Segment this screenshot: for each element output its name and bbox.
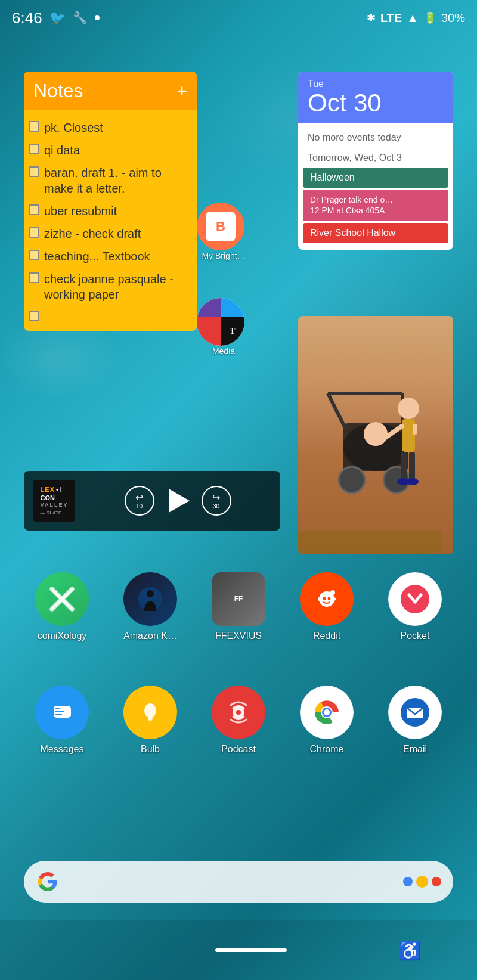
app-icon-podcast[interactable]: Podcast [203, 686, 274, 755]
svg-point-22 [147, 590, 154, 597]
app-icon-media[interactable]: T Media [197, 298, 250, 356]
calendar-header: Tue Oct 30 [298, 72, 453, 123]
reddit-alien-icon [311, 583, 343, 616]
google-g-icon [38, 871, 58, 892]
google-logo [36, 870, 60, 894]
note-text: baran. draft 1. - aim to make it a lette… [44, 165, 190, 196]
app-icon-email[interactable]: Email [379, 686, 451, 755]
network-label: LTE [380, 11, 402, 25]
svg-rect-37 [55, 714, 62, 715]
stroller-svg [298, 328, 441, 554]
calendar-event-halloween[interactable]: Halloween [303, 168, 448, 188]
play-button[interactable] [166, 489, 190, 513]
calendar-day-name: Tue [308, 79, 444, 89]
svg-point-25 [330, 590, 335, 595]
note-item[interactable] [29, 306, 190, 325]
bulb-label: Bulb [141, 744, 160, 755]
mybright-inner: B [206, 212, 236, 241]
svg-rect-0 [298, 531, 441, 554]
nyt-quad: T [221, 317, 244, 346]
note-item[interactable]: check joanne pasquale - working paper [29, 268, 190, 306]
media-icon-img: T [197, 298, 244, 346]
ffexvius-label: FFEXVIUS [215, 631, 262, 641]
pocket-save-icon [399, 583, 432, 616]
messages-bubble-icon [46, 696, 79, 729]
svg-rect-36 [55, 711, 64, 712]
note-checkbox[interactable] [29, 272, 39, 283]
lexcon-logo: LEX•I CON VALLEY — SLATE [36, 482, 73, 520]
notes-add-button[interactable]: + [176, 82, 187, 100]
app-icon-pocket[interactable]: Pocket [379, 572, 451, 641]
note-text: zizhe - check draft [44, 226, 141, 241]
svg-rect-41 [148, 720, 152, 721]
status-right: ✱ LTE ▲ 🔋 30% [367, 11, 465, 25]
home-indicator[interactable] [215, 948, 287, 952]
calendar-event-river[interactable]: River School Hallow [303, 223, 448, 243]
app-icon-bulb[interactable]: Bulb [114, 686, 186, 755]
media-player[interactable]: LEX•I CON VALLEY — SLATE ↩ 10 ↪ 30 [24, 471, 280, 531]
app-icon-messages[interactable]: Messages [26, 686, 98, 755]
note-text: qi data [44, 142, 80, 158]
search-bar[interactable] [24, 861, 453, 903]
podcast-radio-icon [222, 696, 255, 729]
photo-inner [298, 316, 453, 554]
ffexvius-text: FF [234, 595, 243, 603]
notes-title: Notes [33, 80, 83, 102]
email-envelope-icon [399, 696, 432, 729]
note-text: teaching... Textbook [44, 249, 150, 264]
note-item[interactable]: uber resubmit [29, 200, 190, 222]
svg-point-39 [144, 703, 156, 718]
note-checkbox[interactable] [29, 166, 39, 177]
app-icon-comixology[interactable]: comiXology [26, 572, 98, 641]
rewind-button[interactable]: ↩ 10 [125, 486, 154, 516]
note-checkbox[interactable] [29, 250, 39, 260]
media-controls: ↩ 10 ↪ 30 [85, 486, 271, 516]
twitter-icon: 🐦 [49, 10, 66, 26]
bulb-icon [123, 686, 177, 739]
note-item[interactable]: baran. draft 1. - aim to make it a lette… [29, 162, 190, 200]
app-icon-chrome[interactable]: Chrome [291, 686, 363, 755]
note-text: uber resubmit [44, 203, 117, 219]
calendar-event-prager[interactable]: Dr Prager talk end o…12 PM at Ctsa 405A [303, 190, 448, 221]
svg-point-28 [327, 597, 330, 600]
amazon-icon [123, 572, 177, 626]
messages-label: Messages [41, 744, 84, 755]
svg-point-48 [324, 709, 330, 715]
app-icon-amazon[interactable]: Amazon K… [114, 572, 186, 641]
media-artwork: LEX•I CON VALLEY — SLATE [33, 480, 75, 522]
forward-button[interactable]: ↪ 30 [202, 486, 231, 516]
accessibility-button[interactable]: ♿ [399, 940, 421, 961]
svg-point-29 [318, 597, 321, 601]
wifi-icon: 🔧 [73, 11, 88, 25]
note-item[interactable]: pk. Closest [29, 116, 190, 139]
notes-body: pk. Closest qi data baran. draft 1. - ai… [24, 110, 197, 331]
comixology-label: comiXology [38, 631, 87, 641]
status-bar: 6:46 🐦 🔧 ✱ LTE ▲ 🔋 30% [0, 0, 477, 36]
google-assistant-dots [403, 876, 441, 888]
app-icon-reddit[interactable]: Reddit [291, 572, 363, 641]
notes-widget[interactable]: Notes + pk. Closest qi data baran. draft… [24, 72, 197, 331]
svg-point-27 [323, 597, 326, 600]
calendar-widget[interactable]: Tue Oct 30 No more events today Tomorrow… [298, 72, 453, 250]
note-checkbox[interactable] [29, 204, 39, 215]
blue-dot [403, 877, 413, 886]
lightbulb-icon [134, 696, 167, 729]
note-item[interactable]: teaching... Textbook [29, 245, 190, 268]
battery-icon: 🔋 [423, 11, 436, 24]
podcast-icon [212, 686, 265, 739]
note-checkbox[interactable] [29, 227, 39, 238]
note-checkbox[interactable] [29, 311, 39, 321]
app-icon-ffexvius[interactable]: FF FFEXVIUS [203, 572, 274, 641]
note-checkbox[interactable] [29, 121, 39, 132]
yellow-dot [416, 876, 428, 888]
note-item[interactable]: qi data [29, 139, 190, 162]
svg-line-3 [328, 393, 346, 429]
note-checkbox[interactable] [29, 144, 39, 154]
battery-percent: 30% [441, 11, 465, 25]
comixology-icon [35, 572, 89, 626]
app-icon-mybright[interactable]: B My Bright… [197, 203, 250, 261]
reddit-icon [300, 572, 354, 626]
status-left: 6:46 🐦 🔧 [12, 9, 100, 27]
note-item[interactable]: zizhe - check draft [29, 222, 190, 245]
bluetooth-icon: ✱ [367, 11, 376, 24]
